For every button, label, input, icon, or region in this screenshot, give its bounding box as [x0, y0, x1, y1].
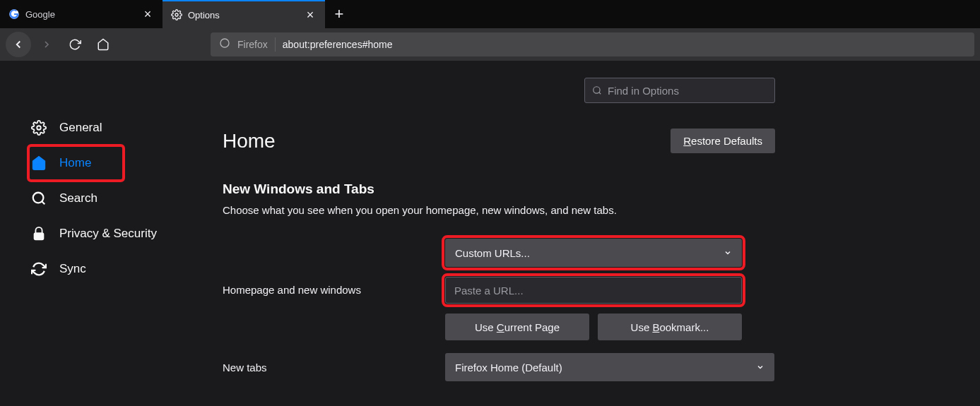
- sidebar-item-search[interactable]: Search: [28, 181, 223, 216]
- search-icon: [592, 85, 602, 95]
- sidebar-item-general[interactable]: General: [28, 110, 223, 145]
- lock-icon: [31, 226, 47, 241]
- dropdown-value: Firefox Home (Default): [455, 362, 562, 374]
- home-icon: [31, 155, 47, 171]
- section-title: New Windows and Tabs: [223, 181, 980, 197]
- setting-label: New tabs: [223, 362, 445, 374]
- tab-label: Google: [25, 9, 136, 20]
- button-row: Use Current Page Use Bookmark...: [445, 314, 742, 340]
- dropdown-value: Custom URLs...: [455, 247, 530, 259]
- sidebar-item-privacy[interactable]: Privacy & Security: [28, 216, 223, 251]
- gear-icon: [31, 120, 47, 136]
- close-icon[interactable]: ×: [141, 8, 154, 20]
- search-input[interactable]: [608, 85, 767, 97]
- homepage-dropdown[interactable]: Custom URLs...: [445, 239, 742, 267]
- url-bar[interactable]: Firefox about:preferences#home: [211, 32, 974, 56]
- svg-point-8: [594, 87, 600, 93]
- chevron-down-icon: [756, 362, 764, 374]
- new-tab-button[interactable]: +: [325, 0, 353, 28]
- use-bookmark-button[interactable]: Use Bookmark...: [598, 314, 742, 340]
- forward-button[interactable]: [34, 32, 59, 57]
- content-area: General Home Search Privacy & Security S…: [0, 61, 980, 406]
- sidebar-item-label: Privacy & Security: [59, 227, 157, 241]
- tab-label: Options: [188, 10, 298, 20]
- sidebar-item-sync[interactable]: Sync: [28, 251, 223, 287]
- setting-controls: Custom URLs... Use Current Page Use Book…: [445, 239, 774, 340]
- close-icon[interactable]: ×: [304, 8, 317, 21]
- tab-options[interactable]: Options ×: [163, 0, 325, 28]
- sidebar-item-home[interactable]: Home: [28, 145, 124, 181]
- google-favicon: [8, 8, 20, 20]
- newtabs-dropdown[interactable]: Firefox Home (Default): [445, 353, 774, 381]
- svg-rect-7: [35, 233, 44, 239]
- tab-bar: Google × Options × +: [0, 0, 980, 28]
- sidebar-item-label: General: [59, 121, 102, 135]
- back-button[interactable]: [6, 32, 31, 57]
- svg-point-4: [37, 164, 40, 167]
- nav-bar: Firefox about:preferences#home: [0, 28, 980, 61]
- main-panel: Home Restore Defaults New Windows and Ta…: [223, 61, 980, 406]
- sync-icon: [31, 261, 47, 277]
- gear-icon: [171, 9, 182, 20]
- sidebar-item-label: Sync: [59, 262, 86, 276]
- svg-line-6: [42, 201, 45, 204]
- setting-homepage-row: Homepage and new windows Custom URLs... …: [223, 239, 980, 340]
- setting-label: Homepage and new windows: [223, 284, 445, 296]
- search-icon: [31, 191, 47, 206]
- sidebar: General Home Search Privacy & Security S…: [0, 61, 223, 406]
- home-button[interactable]: [90, 32, 116, 57]
- svg-point-3: [37, 126, 41, 130]
- svg-point-5: [33, 193, 44, 203]
- panel-header: Home Restore Defaults: [223, 129, 775, 153]
- page-title: Home: [223, 130, 276, 153]
- chevron-down-icon: [724, 247, 732, 259]
- sidebar-item-label: Search: [59, 191, 98, 205]
- url-input-wrap: [445, 277, 774, 304]
- setting-newtabs-row: New tabs Firefox Home (Default): [223, 353, 775, 381]
- divider: [275, 37, 276, 52]
- tab-google[interactable]: Google ×: [0, 0, 163, 28]
- reload-button[interactable]: [62, 32, 88, 57]
- restore-defaults-button[interactable]: Restore Defaults: [671, 129, 775, 153]
- url-text: about:preferences#home: [283, 39, 393, 50]
- firefox-icon: [219, 37, 230, 52]
- svg-point-1: [175, 13, 178, 16]
- svg-point-2: [220, 39, 229, 47]
- sidebar-item-label: Home: [59, 156, 91, 170]
- use-current-page-button[interactable]: Use Current Page: [445, 314, 589, 340]
- search-options[interactable]: [584, 78, 775, 103]
- homepage-url-input[interactable]: [445, 277, 742, 304]
- url-identity: Firefox: [237, 39, 268, 50]
- section-description: Choose what you see when you open your h…: [223, 204, 980, 216]
- svg-line-9: [599, 92, 601, 95]
